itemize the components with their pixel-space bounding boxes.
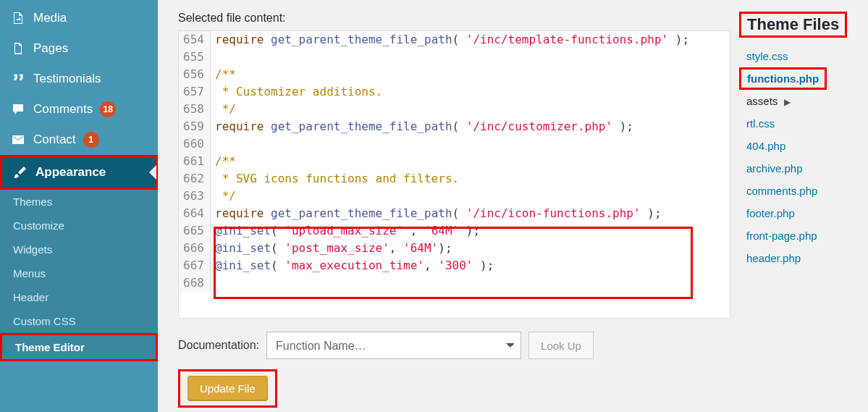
code-text[interactable]: * SVG icons functions and filters. <box>211 170 730 188</box>
theme-file-functions-php[interactable]: functions.php <box>739 67 854 90</box>
brush-icon <box>12 164 28 180</box>
media-icon <box>10 10 26 26</box>
theme-file-404-php[interactable]: 404.php <box>739 135 854 157</box>
code-text[interactable]: */ <box>211 101 730 118</box>
line-number: 655 <box>179 49 211 66</box>
admin-sidebar: MediaPagesTestimonialsComments18Contact1… <box>0 0 158 412</box>
sidebar-item-pages[interactable]: Pages <box>0 33 158 64</box>
sidebar-sub-themes[interactable]: Themes <box>0 190 158 214</box>
code-text[interactable]: @ini_set( 'max_execution_time', '300' ); <box>211 257 730 274</box>
code-line[interactable]: 663 */ <box>179 188 730 205</box>
line-number: 659 <box>179 118 211 135</box>
code-line[interactable]: 655 <box>179 49 730 66</box>
code-line[interactable]: 661/** <box>179 153 730 170</box>
theme-file-footer-php[interactable]: footer.php <box>739 202 854 224</box>
code-line[interactable]: 667@ini_set( 'max_execution_time', '300'… <box>179 257 730 274</box>
theme-file-style-css[interactable]: style.css <box>739 45 854 67</box>
theme-file-header-php[interactable]: header.php <box>739 247 854 269</box>
code-text[interactable] <box>211 135 730 153</box>
code-line[interactable]: 662 * SVG icons functions and filters. <box>179 170 730 188</box>
sidebar-item-comments[interactable]: Comments18 <box>0 94 158 125</box>
sidebar-sub-customize[interactable]: Customize <box>0 214 158 237</box>
chevron-right-icon: ▶ <box>784 97 791 107</box>
update-file-button[interactable]: Update File <box>187 376 268 401</box>
code-editor[interactable]: 654require get_parent_theme_file_path( '… <box>178 30 730 319</box>
code-text[interactable]: * Customizer additions. <box>211 83 730 101</box>
code-text[interactable]: require get_parent_theme_file_path( '/in… <box>211 118 730 135</box>
line-number: 661 <box>179 153 211 170</box>
sidebar-sub-header[interactable]: Header <box>0 285 158 309</box>
theme-files-heading: Theme Files <box>739 12 847 38</box>
selected-file-heading: Selected file content: <box>178 12 730 25</box>
code-text[interactable]: @ini_set( 'upload_max_size' , '64M' ); <box>211 222 730 240</box>
theme-file-comments-php[interactable]: comments.php <box>739 180 854 202</box>
line-number: 654 <box>179 31 211 49</box>
documentation-label: Documentation: <box>178 339 259 352</box>
look-up-button[interactable]: Look Up <box>528 332 594 359</box>
sidebar-sub-widgets[interactable]: Widgets <box>0 237 158 261</box>
badge: 18 <box>100 101 116 117</box>
mail-icon <box>10 132 26 148</box>
sidebar-sub-custom-css[interactable]: Custom CSS <box>0 309 158 333</box>
line-number: 668 <box>179 274 211 292</box>
code-text[interactable]: @ini_set( 'post_max_size', '64M'); <box>211 240 730 257</box>
code-text[interactable]: /** <box>211 66 730 83</box>
theme-file-front-page-php[interactable]: front-page.php <box>739 224 854 247</box>
line-number: 665 <box>179 222 211 240</box>
badge: 1 <box>83 132 99 148</box>
theme-files-panel: Theme Files style.cssfunctions.phpassets… <box>739 12 854 403</box>
code-text[interactable] <box>211 274 730 292</box>
theme-file-rtl-css[interactable]: rtl.css <box>739 112 854 135</box>
sidebar-sub-menus[interactable]: Menus <box>0 261 158 285</box>
sidebar-item-label: Appearance <box>35 165 106 180</box>
theme-file-archive-php[interactable]: archive.php <box>739 157 854 180</box>
line-number: 666 <box>179 240 211 257</box>
sidebar-item-label: Pages <box>33 41 68 56</box>
sidebar-item-label: Contact <box>33 133 76 147</box>
annotation-highlight-update: Update File <box>178 369 277 408</box>
code-line[interactable]: 668 <box>179 274 730 292</box>
sidebar-item-contact[interactable]: Contact1 <box>0 125 158 155</box>
sidebar-item-testimonials[interactable]: Testimonials <box>0 64 158 94</box>
code-line[interactable]: 658 */ <box>179 101 730 118</box>
sidebar-item-label: Testimonials <box>33 72 101 86</box>
sidebar-item-label: Media <box>33 11 67 25</box>
comment-icon <box>10 101 26 117</box>
function-name-select[interactable]: Function Name… <box>266 332 521 359</box>
code-line[interactable]: 654require get_parent_theme_file_path( '… <box>179 31 730 49</box>
line-number: 662 <box>179 170 211 188</box>
theme-file-assets[interactable]: assets ▶ <box>739 90 854 112</box>
quote-icon <box>10 71 26 87</box>
code-line[interactable]: 656/** <box>179 66 730 83</box>
sidebar-sub-theme-editor[interactable]: Theme Editor <box>0 333 158 361</box>
main-content: Selected file content: 654require get_pa… <box>158 0 868 412</box>
code-text[interactable]: /** <box>211 153 730 170</box>
code-text[interactable]: */ <box>211 188 730 205</box>
code-text[interactable] <box>211 49 730 66</box>
line-number: 667 <box>179 257 211 274</box>
code-text[interactable]: require get_parent_theme_file_path( '/in… <box>211 31 730 49</box>
sidebar-item-label: Comments <box>33 102 93 117</box>
annotation-highlight-file: functions.php <box>739 67 827 90</box>
sidebar-item-appearance[interactable]: Appearance <box>0 155 158 190</box>
line-number: 664 <box>179 205 211 222</box>
code-text[interactable]: require get_parent_theme_file_path( '/in… <box>211 205 730 222</box>
code-line[interactable]: 664require get_parent_theme_file_path( '… <box>179 205 730 222</box>
code-line[interactable]: 666@ini_set( 'post_max_size', '64M'); <box>179 240 730 257</box>
line-number: 663 <box>179 188 211 205</box>
line-number: 658 <box>179 101 211 118</box>
code-line[interactable]: 665@ini_set( 'upload_max_size' , '64M' )… <box>179 222 730 240</box>
line-number: 660 <box>179 135 211 153</box>
pages-icon <box>10 41 26 56</box>
code-line[interactable]: 659require get_parent_theme_file_path( '… <box>179 118 730 135</box>
code-line[interactable]: 657 * Customizer additions. <box>179 83 730 101</box>
sidebar-item-media[interactable]: Media <box>0 3 158 33</box>
code-line[interactable]: 660 <box>179 135 730 153</box>
line-number: 657 <box>179 83 211 101</box>
line-number: 656 <box>179 66 211 83</box>
